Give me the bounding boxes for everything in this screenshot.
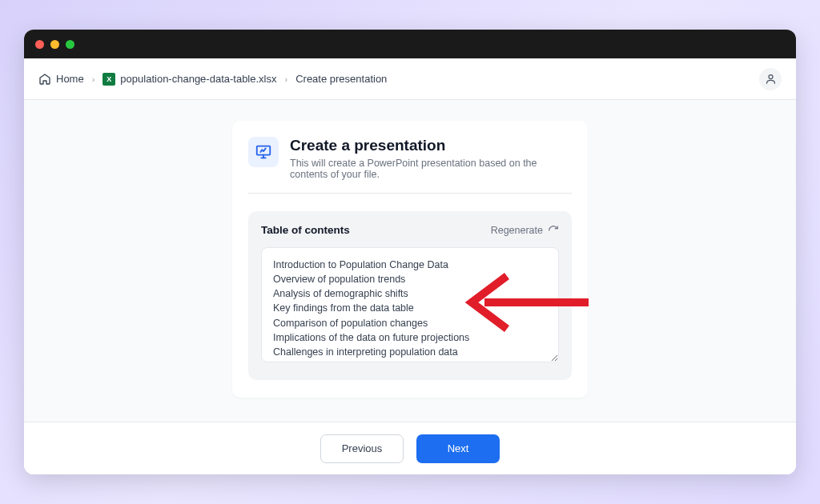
footer-bar: Previous Next xyxy=(24,422,796,474)
breadcrumb-current: Create presentation xyxy=(295,73,387,85)
chevron-right-icon: › xyxy=(285,74,288,84)
titlebar xyxy=(24,30,796,58)
content-area: Create a presentation This will create a… xyxy=(24,100,796,422)
excel-icon: X xyxy=(102,73,115,86)
window-minimize-dot[interactable] xyxy=(50,40,59,49)
regenerate-label: Regenerate xyxy=(491,225,543,236)
user-icon xyxy=(765,73,777,85)
breadcrumb-current-label: Create presentation xyxy=(295,73,387,85)
table-of-contents-panel: Table of contents Regenerate xyxy=(248,211,572,380)
toc-heading: Table of contents xyxy=(261,224,350,236)
breadcrumb-file-label: population-change-data-table.xlsx xyxy=(120,73,276,85)
card-header: Create a presentation This will create a… xyxy=(248,137,572,194)
page-title: Create a presentation xyxy=(290,137,572,154)
breadcrumb-file[interactable]: X population-change-data-table.xlsx xyxy=(102,73,276,86)
toc-textarea[interactable] xyxy=(261,247,559,362)
next-button-label: Next xyxy=(448,442,469,454)
window-zoom-dot[interactable] xyxy=(66,40,74,49)
breadcrumb-home[interactable]: Home xyxy=(38,73,84,86)
previous-button-label: Previous xyxy=(342,442,383,454)
toolbar: Home › X population-change-data-table.xl… xyxy=(24,58,796,100)
page-subtitle: This will create a PowerPoint presentati… xyxy=(290,158,572,180)
presentation-icon xyxy=(248,137,279,167)
regenerate-button[interactable]: Regenerate xyxy=(491,225,559,236)
refresh-icon xyxy=(548,225,559,236)
app-window: Home › X population-change-data-table.xl… xyxy=(24,30,796,474)
next-button[interactable]: Next xyxy=(416,434,500,463)
previous-button[interactable]: Previous xyxy=(320,434,404,463)
chevron-right-icon: › xyxy=(92,74,95,84)
user-menu-button[interactable] xyxy=(759,68,782,90)
toc-header: Table of contents Regenerate xyxy=(261,224,559,236)
svg-point-0 xyxy=(769,75,773,79)
home-icon xyxy=(38,73,51,86)
breadcrumb-home-label: Home xyxy=(56,73,84,85)
window-close-dot[interactable] xyxy=(35,40,44,49)
create-presentation-card: Create a presentation This will create a… xyxy=(232,121,588,398)
